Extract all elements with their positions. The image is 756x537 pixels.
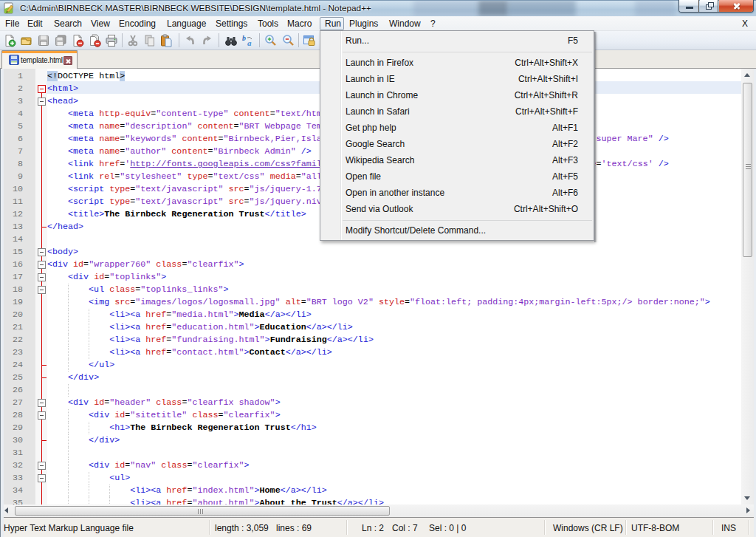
svg-text:b: b [242, 34, 246, 42]
svg-text:a: a [247, 38, 252, 47]
